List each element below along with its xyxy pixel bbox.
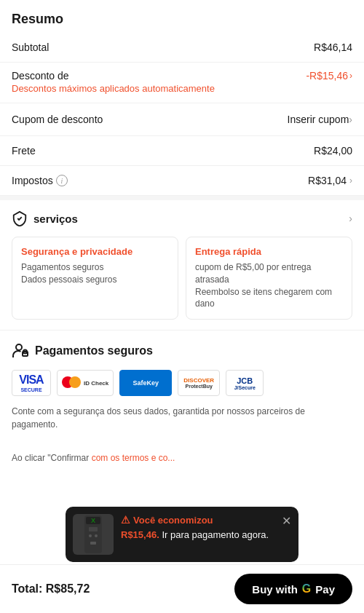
tax-info-icon[interactable]: i bbox=[56, 175, 68, 186]
discount-value: -R$15,46 › bbox=[306, 70, 352, 82]
mastercard-badge: ID Check bbox=[57, 370, 114, 396]
toast-close-button[interactable]: ✕ bbox=[279, 514, 291, 528]
subtotal-row: Subtotal R$46,14 bbox=[0, 33, 364, 63]
toast-content: ⚠ Você economizou R$15,46. Ir para pagam… bbox=[121, 514, 272, 542]
terms-link[interactable]: com os termos e co... bbox=[92, 453, 175, 463]
footer-terms: Ao clicar "Confirmar com os termos e co.… bbox=[0, 443, 364, 464]
terms-prefix: Ao clicar "Confirmar bbox=[12, 453, 89, 463]
payments-description: Conte com a segurança dos seus dados, ga… bbox=[12, 405, 352, 431]
discount-chevron-icon: › bbox=[349, 71, 352, 81]
tax-label: Impostos bbox=[12, 175, 53, 186]
shipping-label: Frete bbox=[12, 145, 36, 157]
pay-label: Pay bbox=[315, 583, 335, 596]
tax-chevron-icon: › bbox=[349, 175, 352, 186]
svg-point-0 bbox=[16, 344, 22, 350]
toast-product-image: X bbox=[73, 514, 114, 555]
service-card-security: Segurança e privacidade Pagamentos segur… bbox=[12, 237, 178, 320]
service-card-delivery-line1: cupom de R$5,00 por entrega atrasada bbox=[195, 261, 343, 286]
coupon-action[interactable]: Inserir cupom › bbox=[288, 114, 352, 125]
amex-badge: SafeKey bbox=[119, 370, 172, 396]
tax-value: R$31,04 › bbox=[308, 175, 352, 186]
service-card-security-title: Segurança e privacidade bbox=[21, 246, 169, 257]
tax-row: Impostos i R$31,04 › bbox=[0, 166, 364, 196]
discover-badge: DISCOVER ProtectBuy bbox=[178, 370, 220, 396]
service-card-delivery-line2: Reembolso se itens chegarem com dano bbox=[195, 286, 343, 311]
payments-title: Pagamentos seguros bbox=[12, 342, 352, 360]
payments-section: Pagamentos seguros VISA SECURE ID Check … bbox=[0, 331, 364, 443]
discount-auto[interactable]: Descontos máximos aplicados automaticame… bbox=[12, 83, 215, 94]
service-card-security-line1: Pagamentos seguros bbox=[21, 261, 169, 274]
google-g-icon: G bbox=[302, 582, 311, 596]
toast-body[interactable]: R$15,46. Ir para pagamento agora. bbox=[121, 529, 272, 542]
warning-icon: ⚠ bbox=[121, 514, 130, 526]
services-cards: Segurança e privacidade Pagamentos segur… bbox=[0, 237, 364, 330]
product-image-icon: X bbox=[79, 514, 108, 555]
services-section: serviços › Segurança e privacidade Pagam… bbox=[0, 200, 364, 331]
svg-rect-9 bbox=[90, 542, 96, 545]
service-card-delivery: Entrega rápida cupom de R$5,00 por entre… bbox=[186, 237, 352, 320]
services-header[interactable]: serviços › bbox=[0, 200, 364, 237]
services-chevron-icon: › bbox=[349, 213, 352, 224]
bottom-bar: Total: R$85,72 Buy with G Pay bbox=[0, 564, 364, 613]
services-header-left: serviços bbox=[12, 210, 78, 226]
visa-badge: VISA SECURE bbox=[12, 370, 51, 396]
service-card-delivery-title: Entrega rápida bbox=[195, 246, 343, 257]
discount-row: Desconto de Descontos máximos aplicados … bbox=[0, 63, 364, 103]
shipping-value: R$24,00 bbox=[314, 145, 352, 157]
coupon-row[interactable]: Cupom de desconto Inserir cupom › bbox=[0, 103, 364, 136]
svg-point-8 bbox=[95, 534, 98, 537]
total-label: Total: R$85,72 bbox=[12, 582, 90, 596]
page-title: Resumo bbox=[0, 0, 364, 33]
buy-label: Buy with bbox=[252, 583, 298, 596]
buy-with-gpay-button[interactable]: Buy with G Pay bbox=[234, 574, 352, 604]
svg-rect-6 bbox=[89, 527, 98, 531]
svg-point-7 bbox=[89, 534, 92, 537]
subtotal-value: R$46,14 bbox=[314, 41, 352, 53]
svg-text:X: X bbox=[91, 517, 95, 524]
shipping-row: Frete R$24,00 bbox=[0, 136, 364, 166]
savings-toast: X ⚠ Você economizou R$15,46. Ir para pag… bbox=[66, 507, 298, 562]
person-lock-icon bbox=[12, 342, 29, 360]
services-title: serviços bbox=[33, 213, 78, 225]
discount-label: Desconto de bbox=[12, 70, 215, 82]
coupon-chevron-icon: › bbox=[349, 114, 352, 125]
jcb-badge: JCB J/Secure bbox=[226, 370, 264, 396]
toast-title: ⚠ Você economizou bbox=[121, 514, 272, 526]
service-card-security-line2: Dados pessoais seguros bbox=[21, 274, 169, 286]
shield-icon bbox=[12, 210, 28, 226]
coupon-label: Cupom de desconto bbox=[12, 114, 103, 125]
subtotal-label: Subtotal bbox=[12, 41, 49, 53]
page-container: Resumo Subtotal R$46,14 Desconto de Desc… bbox=[0, 0, 364, 523]
payment-icons: VISA SECURE ID Check SafeKey DISCOVER Pr… bbox=[12, 370, 352, 396]
